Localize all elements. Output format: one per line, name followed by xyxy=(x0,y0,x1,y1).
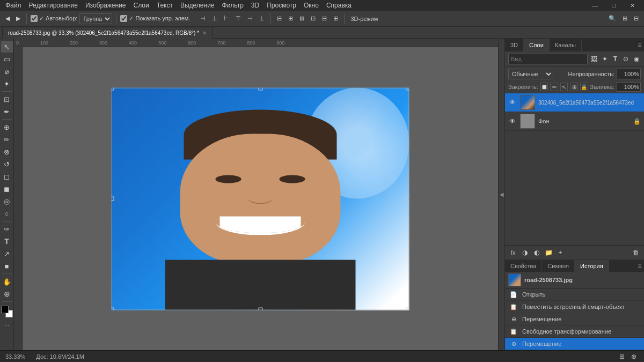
dodge-tool-btn[interactable]: ○ xyxy=(1,208,13,219)
handle-bottom-left[interactable] xyxy=(112,307,114,310)
tab-close-btn[interactable]: ✕ xyxy=(202,30,207,36)
align-left-btn[interactable]: ⊣ xyxy=(198,14,208,23)
history-item-place[interactable]: 📋 Поместить встроенный смарт-объект xyxy=(505,301,644,313)
layer-filter-adj-btn[interactable]: ✦ xyxy=(601,54,609,64)
menubar-item-window[interactable]: Окно xyxy=(301,1,322,10)
menubar-item-select[interactable]: Выделение xyxy=(177,1,218,10)
opacity-input[interactable] xyxy=(617,69,641,79)
gradient-tool-btn[interactable]: ◼ xyxy=(1,183,13,195)
handle-middle-right[interactable] xyxy=(407,197,409,201)
handle-top-left[interactable] xyxy=(112,87,114,90)
layer-fx-btn[interactable]: fx xyxy=(508,248,518,257)
blur-tool-btn[interactable]: ◎ xyxy=(1,195,13,207)
align-right-btn[interactable]: ⊢ xyxy=(222,14,231,23)
distribute-4-btn[interactable]: ⊟ xyxy=(320,14,329,23)
layer-item-smart[interactable]: 👁 302406_5e2f1a56473a55e2f1a56473ed xyxy=(505,93,644,112)
layer-adj-btn[interactable]: ◐ xyxy=(532,248,541,257)
delete-layer-btn[interactable]: 🗑 xyxy=(631,248,641,257)
blending-mode-select[interactable]: Обычные Умножение xyxy=(508,69,553,79)
history-item-open[interactable]: 📄 Открыть xyxy=(505,289,644,301)
menubar-item-3d[interactable]: 3D xyxy=(248,1,262,10)
distribute-5-btn[interactable]: ⊞ xyxy=(331,14,340,23)
handle-bottom-right[interactable] xyxy=(407,307,409,310)
foreground-color-swatch[interactable] xyxy=(1,306,9,313)
active-tab[interactable]: road-2508733.jpg @ 33,3% (302406_5e2f1a5… xyxy=(2,27,213,39)
status-zoom-btn[interactable]: ⊕ xyxy=(629,352,639,361)
eraser-tool-btn[interactable]: ◻ xyxy=(1,171,13,182)
maximize-button[interactable]: □ xyxy=(604,0,623,11)
lock-paint-btn[interactable]: ✏ xyxy=(550,83,558,91)
distribute-h-btn[interactable]: ⊟ xyxy=(275,14,284,23)
more-tools-btn[interactable]: … xyxy=(1,318,13,330)
layer-group-btn[interactable]: 📁 xyxy=(544,248,553,257)
layer-mask-btn[interactable]: ◑ xyxy=(520,248,530,257)
align-center-h-btn[interactable]: ⊥ xyxy=(210,14,219,23)
tab-channels[interactable]: Каналы xyxy=(550,39,582,51)
lock-transparent-btn[interactable]: 🔲 xyxy=(540,83,548,91)
new-layer-btn[interactable]: + xyxy=(555,248,565,257)
distribute-3-btn[interactable]: ⊡ xyxy=(309,14,318,23)
lock-artboard-btn[interactable]: ⊞ xyxy=(570,83,578,91)
close-button[interactable]: ✕ xyxy=(623,0,642,11)
panel-options-btn[interactable]: ≡ xyxy=(635,39,644,51)
history-item-move2[interactable]: ⊕ Перемещение xyxy=(505,338,644,350)
pen-tool-btn[interactable]: ✑ xyxy=(1,223,13,235)
layer-visibility-bg[interactable]: 👁 xyxy=(508,117,517,125)
heal-tool-btn[interactable]: ⊕ xyxy=(1,121,13,133)
panel-collapse-btn[interactable]: ◀ xyxy=(498,39,504,350)
canvas-image[interactable] xyxy=(112,87,409,310)
select-rect-tool-btn[interactable]: ▭ xyxy=(1,53,13,65)
distribute-v-btn[interactable]: ⊞ xyxy=(286,14,295,23)
minimize-button[interactable]: — xyxy=(586,0,604,11)
3d-mode-btn[interactable]: 3D-режим xyxy=(348,14,380,23)
shape-tool-btn[interactable]: ■ xyxy=(1,260,13,272)
color-swatch[interactable] xyxy=(1,306,13,317)
crop-tool-btn[interactable]: ⊡ xyxy=(1,93,13,105)
tab-history[interactable]: История xyxy=(575,260,609,272)
lock-move-btn[interactable]: ↖ xyxy=(560,83,568,91)
handle-top-right[interactable] xyxy=(407,87,409,90)
menubar-item-layers[interactable]: Слои xyxy=(130,1,152,10)
align-center-v-btn[interactable]: ⊣ xyxy=(245,14,255,23)
history-forward-button[interactable]: ▶ xyxy=(14,14,23,23)
menubar-item-view[interactable]: Просмотр xyxy=(264,1,299,10)
fill-input[interactable] xyxy=(617,82,641,92)
arrange-btn[interactable]: ⊟ xyxy=(632,14,641,23)
autofill-select[interactable]: Группа Слой xyxy=(79,13,112,24)
tab-layers[interactable]: Слои xyxy=(524,39,550,51)
layer-filter-toggle-btn[interactable]: ◉ xyxy=(632,54,641,64)
lasso-tool-btn[interactable]: ⌀ xyxy=(1,65,13,77)
history-brush-tool-btn[interactable]: ↺ xyxy=(1,158,13,170)
autofill-checkbox[interactable] xyxy=(31,15,38,22)
menubar-item-help[interactable]: Справка xyxy=(323,1,355,10)
lock-all-btn[interactable]: 🔒 xyxy=(580,83,588,91)
layer-visibility-smart[interactable]: 👁 xyxy=(508,99,517,106)
tab-3d[interactable]: 3D xyxy=(505,39,524,51)
brush-tool-btn[interactable]: ✏ xyxy=(1,134,13,145)
history-item-move1[interactable]: ⊕ Перемещение xyxy=(505,313,644,326)
handle-middle-left[interactable] xyxy=(112,197,114,201)
path-select-tool-btn[interactable]: ↗ xyxy=(1,248,13,260)
zoom-tool-btn[interactable]: ⊕ xyxy=(1,288,13,300)
distribute-2-btn[interactable]: ⊠ xyxy=(297,14,306,23)
history-options-btn[interactable]: ≡ xyxy=(635,260,644,272)
layer-filter-type-btn[interactable]: 🖼 xyxy=(590,54,598,64)
move-tool-btn[interactable]: ↖ xyxy=(1,41,13,53)
search-btn[interactable]: 🔍 xyxy=(606,14,618,23)
menubar-item-image[interactable]: Изображение xyxy=(82,1,129,10)
menubar-item-file[interactable]: Файл xyxy=(2,1,25,10)
align-top-btn[interactable]: ⊤ xyxy=(233,14,243,23)
history-back-button[interactable]: ◀ xyxy=(3,14,12,23)
magic-wand-tool-btn[interactable]: ✦ xyxy=(1,78,13,90)
status-view-btn[interactable]: ⊞ xyxy=(617,352,627,361)
history-item-transform[interactable]: 📋 Свободное трансформирование xyxy=(505,326,644,338)
layer-item-bg[interactable]: 👁 Фон 🔒 xyxy=(505,112,644,131)
tab-symbol[interactable]: Символ xyxy=(542,260,575,272)
show-controls-checkbox[interactable] xyxy=(120,15,127,22)
menubar-item-edit[interactable]: Редактирование xyxy=(26,1,81,10)
tab-properties[interactable]: Свойства xyxy=(505,260,542,272)
layers-search-input[interactable] xyxy=(508,54,588,64)
menubar-item-filter[interactable]: Фильтр xyxy=(219,1,247,10)
align-bottom-btn[interactable]: ⊥ xyxy=(257,14,267,23)
workspace-btn[interactable]: ⊞ xyxy=(620,14,630,23)
